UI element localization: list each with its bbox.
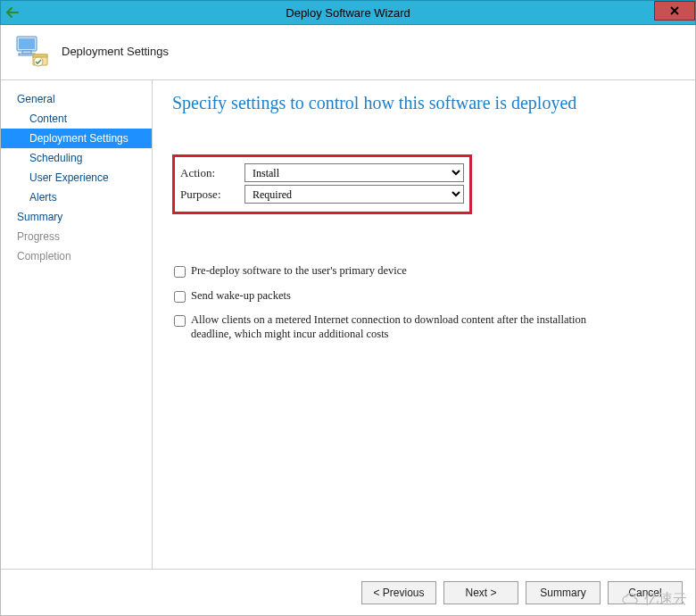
sidebar-item-progress: Progress [1, 227, 152, 246]
checkbox-label: Send wake-up packets [191, 289, 291, 304]
button-bar: < Previous Next > Summary Cancel [1, 569, 695, 615]
purpose-row: Purpose: Required [180, 185, 464, 204]
checkbox-2[interactable] [174, 315, 186, 327]
purpose-select[interactable]: Required [244, 185, 464, 204]
sidebar-item-deployment-settings[interactable]: Deployment Settings [1, 129, 152, 148]
sidebar-item-alerts[interactable]: Alerts [1, 187, 152, 207]
action-row: Action: Install [180, 163, 464, 182]
back-arrow-icon[interactable] [1, 1, 24, 24]
sidebar-item-user-experience[interactable]: User Experience [1, 168, 152, 187]
checkbox-row: Allow clients on a metered Internet conn… [174, 313, 602, 341]
wizard-body: Deployment Settings GeneralContentDeploy… [0, 25, 696, 616]
action-select[interactable]: Install [244, 163, 464, 182]
checkbox-row: Pre-deploy software to the user's primar… [174, 264, 602, 279]
svg-rect-1 [19, 38, 35, 49]
titlebar: Deploy Software Wizard [0, 0, 696, 25]
sidebar-item-scheduling[interactable]: Scheduling [1, 148, 152, 168]
window-title: Deploy Software Wizard [1, 6, 695, 20]
sidebar-item-content[interactable]: Content [1, 109, 152, 129]
checkbox-0[interactable] [174, 266, 186, 278]
checkbox-label: Pre-deploy software to the user's primar… [191, 264, 407, 279]
sidebar: GeneralContentDeployment SettingsSchedul… [1, 80, 153, 569]
sidebar-item-completion: Completion [1, 246, 152, 266]
content-row: GeneralContentDeployment SettingsSchedul… [1, 80, 695, 569]
previous-button[interactable]: < Previous [361, 581, 436, 604]
sidebar-item-summary[interactable]: Summary [1, 207, 152, 227]
svg-rect-3 [19, 54, 35, 55]
page-heading: Specify settings to control how this sof… [172, 93, 675, 113]
highlighted-settings-group: Action: Install Purpose: Required [172, 154, 472, 214]
summary-button[interactable]: Summary [526, 581, 601, 604]
page-title: Deployment Settings [62, 45, 169, 58]
checkbox-row: Send wake-up packets [174, 289, 602, 304]
action-label: Action: [180, 166, 244, 180]
close-button[interactable] [654, 1, 695, 21]
svg-rect-5 [33, 54, 47, 57]
checkbox-label: Allow clients on a metered Internet conn… [191, 313, 602, 341]
cancel-button[interactable]: Cancel [608, 581, 683, 604]
checkbox-1[interactable] [174, 291, 186, 303]
wizard-header: Deployment Settings [1, 25, 695, 80]
main-panel: Specify settings to control how this sof… [153, 80, 695, 569]
deployment-icon [13, 33, 51, 71]
purpose-label: Purpose: [180, 187, 244, 202]
sidebar-item-general[interactable]: General [1, 89, 152, 109]
next-button[interactable]: Next > [443, 581, 518, 604]
